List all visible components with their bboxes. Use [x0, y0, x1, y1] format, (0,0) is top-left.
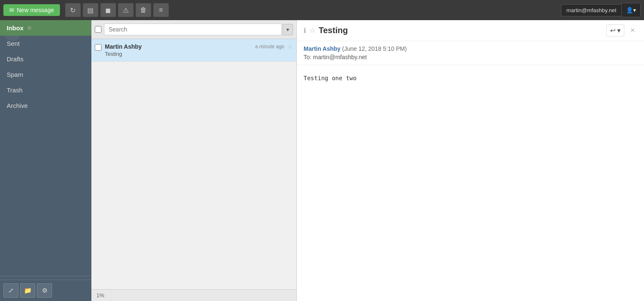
sidebar-footer: ⤢ 📁 ⚙ — [0, 280, 91, 301]
email-star-icon[interactable]: ☆ — [288, 43, 293, 50]
sidebar-settings-button[interactable]: ⚙ — [37, 283, 52, 298]
email-item-content: Martin Ashby a minute ago Testing — [105, 43, 284, 57]
sidebar-item-sent[interactable]: Sent — [0, 36, 91, 51]
email-item-checkbox[interactable] — [95, 44, 101, 51]
folder-icon: ▤ — [87, 6, 93, 14]
refresh-button[interactable]: ↻ — [65, 3, 81, 17]
email-list-footer: 1% — [91, 289, 296, 301]
main-layout: Inbox ☆ Sent Drafts Spam Trash Archive ⤢ — [0, 20, 644, 301]
email-detail-header: ℹ ☆ Testing ↩ ▾ × — [297, 20, 644, 41]
sidebar-folder-button[interactable]: 📁 — [20, 283, 35, 298]
sidebar: Inbox ☆ Sent Drafts Spam Trash Archive ⤢ — [0, 20, 91, 301]
email-sender: Martin Ashby — [105, 43, 142, 50]
info-icon[interactable]: ℹ — [304, 26, 306, 34]
save-icon: ◼ — [105, 6, 111, 14]
alert-button[interactable]: ⚠ — [118, 3, 134, 17]
email-list-item[interactable]: Martin Ashby a minute ago Testing ☆ — [91, 39, 296, 62]
close-icon: × — [630, 26, 635, 34]
detail-star-icon[interactable]: ☆ — [309, 26, 315, 34]
sidebar-item-archive[interactable]: Archive — [0, 98, 91, 113]
new-message-button[interactable]: ✉ New message — [3, 4, 60, 16]
trash-button[interactable]: 🗑 — [135, 3, 151, 17]
new-message-label: New message — [17, 7, 54, 13]
user-email: martin@mfashby.net — [561, 4, 621, 16]
email-detail-meta: Martin Ashby (June 12, 2018 5:10 PM) To:… — [297, 41, 644, 65]
email-items: Martin Ashby a minute ago Testing ☆ — [91, 39, 296, 289]
trash-icon: 🗑 — [140, 6, 147, 14]
alert-icon: ⚠ — [123, 6, 129, 14]
search-dropdown-button[interactable]: ▾ — [283, 24, 293, 35]
user-dropdown-button[interactable]: 👤 ▾ — [621, 3, 641, 17]
reply-icon: ↩ — [610, 26, 615, 34]
folder-icon: 📁 — [24, 287, 32, 294]
email-detail-panel: ℹ ☆ Testing ↩ ▾ × Martin Ashby (June 12,… — [297, 20, 644, 301]
email-item-top: Martin Ashby a minute ago — [105, 43, 284, 50]
save-button[interactable]: ◼ — [100, 3, 116, 17]
select-all-checkbox[interactable] — [95, 26, 101, 33]
envelope-icon: ✉ — [9, 7, 14, 13]
search-input[interactable] — [104, 24, 282, 35]
user-icon: 👤 — [626, 7, 633, 13]
reply-button[interactable]: ↩ ▾ — [606, 24, 624, 37]
toolbar: ✉ New message ↻ ▤ ◼ ⚠ 🗑 ≡ martin@mfashby… — [0, 0, 644, 20]
sidebar-item-inbox[interactable]: Inbox ☆ — [0, 20, 91, 36]
sidebar-item-spam[interactable]: Spam — [0, 67, 91, 82]
inbox-star-icon[interactable]: ☆ — [27, 25, 32, 31]
reply-dropdown-icon: ▾ — [617, 26, 621, 34]
refresh-icon: ↻ — [70, 6, 75, 14]
email-list-panel: ▾ Martin Ashby a minute ago Testing ☆ 1% — [91, 20, 297, 301]
sidebar-item-trash[interactable]: Trash — [0, 82, 91, 98]
email-list-count: 1% — [96, 292, 104, 298]
sidebar-item-drafts[interactable]: Drafts — [0, 51, 91, 67]
user-area: martin@mfashby.net 👤 ▾ — [561, 3, 641, 17]
dropdown-chevron-icon: ▾ — [633, 7, 636, 13]
gear-icon: ⚙ — [42, 287, 47, 294]
email-list-header: ▾ — [91, 20, 296, 39]
email-date: (June 12, 2018 5:10 PM) — [342, 45, 407, 52]
chevron-down-icon: ▾ — [286, 26, 289, 33]
email-from-link[interactable]: Martin Ashby — [304, 45, 340, 52]
email-to: To: martin@mfashby.net — [304, 54, 637, 60]
email-time: a minute ago — [255, 44, 284, 50]
spam-label: Spam — [7, 71, 23, 78]
trash-label: Trash — [7, 86, 23, 94]
inbox-label: Inbox — [7, 24, 23, 31]
email-detail-subject: Testing — [319, 26, 603, 35]
toggle-icon: ⤢ — [8, 287, 14, 294]
folder-button[interactable]: ▤ — [83, 3, 99, 17]
drafts-label: Drafts — [7, 55, 23, 63]
email-body: Testing one two — [297, 65, 644, 91]
sidebar-nav: Inbox ☆ Sent Drafts Spam Trash Archive — [0, 20, 91, 272]
menu-button[interactable]: ≡ — [153, 3, 169, 17]
close-button[interactable]: × — [628, 25, 637, 36]
sidebar-toggle-button[interactable]: ⤢ — [3, 283, 18, 298]
email-subject-preview: Testing — [105, 51, 284, 57]
sent-label: Sent — [7, 40, 20, 47]
menu-icon: ≡ — [159, 6, 163, 14]
email-from-line: Martin Ashby (June 12, 2018 5:10 PM) — [304, 45, 637, 52]
archive-label: Archive — [7, 102, 28, 109]
